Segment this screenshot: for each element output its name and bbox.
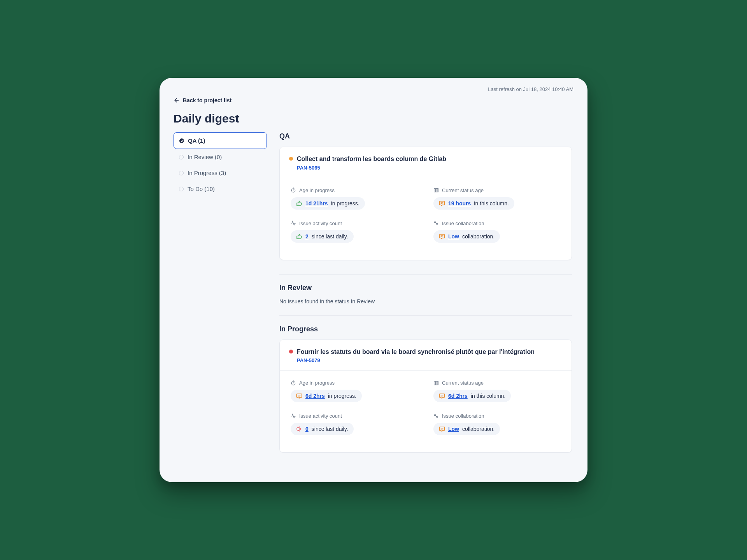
- arrow-left-icon: [174, 97, 180, 103]
- metric-suffix: in this column.: [471, 393, 505, 399]
- svg-rect-19: [436, 381, 437, 385]
- metric-age-in-progress: Age in progress 6d 2hrs in progress.: [291, 380, 418, 402]
- metric-suffix: in this column.: [474, 200, 509, 206]
- section-title-in-progress: In Progress: [279, 325, 572, 333]
- chat-warning-icon: [439, 200, 445, 206]
- issue-card-body: Age in progress 6d 2hrs in progress. Cur…: [280, 371, 572, 452]
- metric-pill: Low collaboration.: [433, 423, 500, 435]
- columns-icon: [433, 187, 439, 193]
- metric-suffix: collaboration.: [462, 426, 494, 432]
- sidebar-item-label: In Progress (3): [188, 170, 226, 176]
- metric-label-text: Issue collaboration: [442, 220, 484, 226]
- section-title-qa: QA: [279, 132, 572, 140]
- metric-label-text: Issue collaboration: [442, 413, 484, 419]
- metric-pill: 0 since last daily.: [291, 423, 354, 435]
- activity-icon: [291, 413, 296, 419]
- thumbs-up-icon: [296, 233, 302, 240]
- metric-pill: 6d 2hrs in progress.: [291, 390, 362, 402]
- metric-pill: 6d 2hrs in this column.: [433, 390, 511, 402]
- metric-pill: 19 hours in this column.: [433, 197, 514, 210]
- back-to-project-list-link[interactable]: Back to project list: [174, 97, 231, 103]
- sidebar: QA (1) In Review (0) In Progress (3) To …: [174, 132, 267, 470]
- metric-value-link[interactable]: 6d 2hrs: [305, 393, 325, 399]
- metric-label-text: Issue activity count: [299, 220, 342, 226]
- sidebar-item-qa[interactable]: QA (1): [174, 132, 267, 149]
- empty-message: No issues found in the status In Review: [279, 298, 572, 304]
- metric-suffix: in progress.: [328, 393, 356, 399]
- main-content: QA Collect and transform les boards colu…: [279, 132, 573, 470]
- svg-point-13: [291, 382, 295, 385]
- metric-current-status-age: Current status age 6d 2hrs in this colum…: [433, 380, 561, 402]
- issue-key-link[interactable]: PAN-5079: [297, 357, 562, 363]
- issue-card-body: Age in progress 1d 21hrs in progress. Cu…: [280, 178, 572, 260]
- metric-suffix: since last daily.: [312, 426, 348, 432]
- circle-icon: [179, 171, 184, 175]
- activity-icon: [291, 220, 296, 226]
- stopwatch-icon: [291, 187, 296, 193]
- issue-card: Fournir les statuts du board via le boar…: [279, 340, 572, 453]
- chat-warning-icon: [439, 233, 445, 240]
- metric-label-text: Current status age: [442, 187, 484, 193]
- chat-warning-icon: [439, 426, 445, 432]
- issue-key-link[interactable]: PAN-5065: [297, 165, 562, 171]
- sidebar-item-label: To Do (10): [188, 186, 215, 192]
- issue-card-header: Collect and transform les boards column …: [280, 147, 572, 178]
- metric-value-link[interactable]: 6d 2hrs: [448, 393, 468, 399]
- issue-title: Fournir les statuts du board via le boar…: [297, 348, 535, 356]
- metric-age-in-progress: Age in progress 1d 21hrs in progress.: [291, 187, 418, 210]
- metric-suffix: since last daily.: [312, 233, 348, 240]
- metric-suffix: collaboration.: [462, 233, 494, 240]
- sidebar-item-in-progress[interactable]: In Progress (3): [174, 165, 267, 181]
- status-dot-icon: [289, 350, 293, 354]
- metric-value-link[interactable]: Low: [448, 233, 459, 240]
- metric-activity-count: Issue activity count 2 since last daily.: [291, 220, 418, 243]
- metric-value-link[interactable]: 2: [305, 233, 309, 240]
- sidebar-item-in-review[interactable]: In Review (0): [174, 149, 267, 165]
- section-divider: [279, 315, 572, 316]
- layout: QA (1) In Review (0) In Progress (3) To …: [174, 132, 573, 470]
- daily-digest-panel: Last refresh on Jul 18, 2024 10:40 AM Ba…: [160, 78, 587, 482]
- svg-rect-6: [437, 188, 438, 192]
- page-title: Daily digest: [174, 112, 573, 125]
- collaboration-icon: [433, 413, 439, 419]
- thumbs-up-icon: [296, 200, 302, 206]
- issue-title: Collect and transform les boards column …: [297, 155, 446, 163]
- metric-collaboration: Issue collaboration Low collaboration.: [433, 413, 561, 435]
- svg-point-10: [437, 224, 438, 225]
- sidebar-item-to-do[interactable]: To Do (10): [174, 181, 267, 197]
- issue-card-header: Fournir les statuts du board via le boar…: [280, 340, 572, 371]
- svg-rect-5: [436, 188, 437, 192]
- chat-warning-icon: [439, 393, 445, 399]
- metric-current-status-age: Current status age 19 hours in this colu…: [433, 187, 561, 210]
- metric-value-link[interactable]: 1d 21hrs: [305, 200, 328, 206]
- metric-value-link[interactable]: Low: [448, 426, 459, 432]
- svg-rect-20: [437, 381, 438, 385]
- metric-value-link[interactable]: 19 hours: [448, 200, 471, 206]
- check-circle-icon: [179, 138, 184, 143]
- metric-label-text: Issue activity count: [299, 413, 342, 419]
- metric-label-text: Age in progress: [299, 187, 335, 193]
- issue-card: Collect and transform les boards column …: [279, 147, 572, 260]
- metric-pill: 1d 21hrs in progress.: [291, 197, 365, 210]
- metric-collaboration: Issue collaboration Low collaboration.: [433, 220, 561, 243]
- section-divider: [279, 274, 572, 275]
- metric-pill: 2 since last daily.: [291, 230, 354, 243]
- metric-suffix: in progress.: [331, 200, 359, 206]
- columns-icon: [433, 380, 439, 386]
- last-refresh-text: Last refresh on Jul 18, 2024 10:40 AM: [488, 86, 573, 92]
- section-title-in-review: In Review: [279, 284, 572, 292]
- metric-label-text: Current status age: [442, 380, 484, 386]
- sidebar-item-label: In Review (0): [188, 154, 222, 160]
- status-dot-icon: [289, 157, 293, 161]
- circle-icon: [179, 187, 184, 191]
- metric-label-text: Age in progress: [299, 380, 335, 386]
- megaphone-icon: [296, 426, 302, 432]
- svg-point-9: [434, 222, 436, 223]
- svg-point-23: [434, 415, 436, 416]
- collaboration-icon: [433, 220, 439, 226]
- stopwatch-icon: [291, 380, 296, 386]
- metric-value-link[interactable]: 0: [305, 426, 309, 432]
- circle-icon: [179, 155, 184, 159]
- sidebar-item-label: QA (1): [188, 137, 205, 144]
- svg-rect-18: [434, 381, 435, 385]
